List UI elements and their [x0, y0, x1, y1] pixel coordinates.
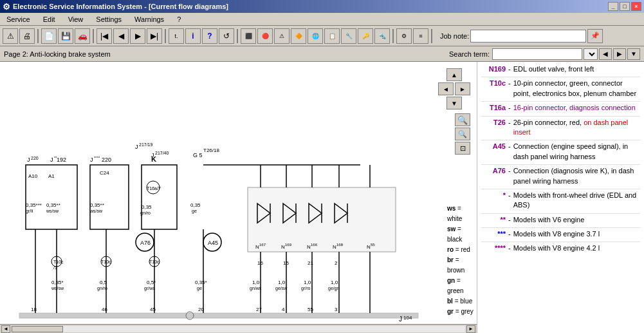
toolbar-extra2[interactable]: 🔴 [257, 28, 273, 44]
panel-code[interactable]: *** [481, 229, 506, 239]
job-note-label: Job note: [440, 32, 469, 40]
toolbar-prev[interactable]: ◀ [113, 28, 129, 44]
panel-row: N169-EDL outlet valve, front left [481, 64, 640, 74]
panel-code[interactable]: T10c [481, 79, 506, 99]
toolbar-extra4[interactable]: 🔶 [291, 28, 306, 44]
zoom-fit-button[interactable]: ⊡ [455, 142, 470, 155]
toolbar-extra9[interactable]: 🔩 [374, 28, 390, 44]
toolbar-text[interactable]: t. [169, 28, 184, 44]
svg-text:0,35*: 0,35* [195, 280, 207, 285]
search-next-btn[interactable]: ▶ [613, 48, 626, 60]
svg-text:T16a/7: T16a/7 [147, 186, 161, 191]
toolbar-vehicle[interactable]: 🚗 [75, 28, 90, 44]
svg-text:gn/ws: gn/ws [250, 286, 262, 291]
svg-text:gn/ro: gn/ro [97, 286, 107, 291]
search-dropdown[interactable] [584, 48, 598, 60]
toolbar-print[interactable]: 🖨 [19, 28, 35, 44]
zoom-in-button[interactable]: 🔍 [455, 113, 470, 126]
panel-row: ***-Models with V8 engine 3.7 l [481, 229, 640, 239]
panel-desc: Models with V6 engine [513, 215, 640, 225]
search-prev-btn[interactable]: ◀ [599, 48, 612, 60]
panel-code[interactable]: T26 [481, 118, 506, 138]
nav-up[interactable]: ▲ [446, 68, 462, 81]
app-title: Electronic Service Information System - … [13, 3, 228, 10]
svg-text:J: J [50, 157, 53, 163]
panel-divider [481, 227, 640, 228]
panel-divider [481, 77, 640, 77]
menu-settings[interactable]: Settings [92, 14, 125, 24]
search-input-container: ◀ ▶ ▼ [492, 48, 640, 60]
scroll-thumb[interactable] [12, 326, 63, 332]
toolbar-extra8[interactable]: 🔑 [358, 28, 373, 44]
scroll-right-btn[interactable]: ► [466, 325, 475, 333]
svg-text:T10c: T10c [149, 260, 160, 264]
menu-view[interactable]: View [64, 14, 87, 24]
toolbar-extra6[interactable]: 📋 [324, 28, 340, 44]
toolbar-extra3[interactable]: ⚠ [274, 28, 290, 44]
maximize-button[interactable]: □ [620, 2, 630, 11]
panel-code[interactable]: A45 [481, 142, 506, 162]
nav-down[interactable]: ▼ [446, 97, 462, 109]
toolbar-last[interactable]: ▶| [147, 28, 162, 44]
legend-ws: ws = white [447, 204, 477, 224]
close-button[interactable]: × [631, 2, 641, 11]
toolbar-first[interactable]: |◀ [97, 28, 112, 44]
search-menu-btn[interactable]: ▼ [627, 48, 640, 60]
toolbar-extra1[interactable]: ⬛ [241, 28, 256, 44]
svg-text:ge: ge [192, 209, 197, 214]
diagram-area[interactable]: ▲ ◄ ► ▼ 🔍 🔍 ⊡ J 104 [0, 62, 477, 333]
window-controls: _ □ × [608, 2, 641, 11]
menu-edit[interactable]: Edit [39, 14, 59, 24]
menu-warnings[interactable]: Warnings [131, 14, 168, 24]
job-note-submit[interactable]: 📌 [587, 29, 603, 43]
search-area: Search term: ◀ ▶ ▼ [449, 48, 640, 60]
toolbar-extra7[interactable]: 🔧 [341, 28, 356, 44]
toolbar-extra10[interactable]: ⚙ [396, 28, 412, 44]
menu-help[interactable]: ? [173, 14, 185, 24]
panel-row: T16a-16-pin connector, diagnosis connect… [481, 103, 640, 113]
search-label: Search term: [449, 50, 490, 58]
zoom-out-button[interactable]: 🔍 [455, 128, 470, 140]
toolbar-new[interactable]: 📄 [41, 28, 57, 44]
scroll-left-btn[interactable]: ◄ [1, 325, 10, 333]
toolbar-extra5[interactable]: 🌐 [308, 28, 323, 44]
toolbar-info[interactable]: i [185, 28, 201, 44]
svg-text:gr/ws: gr/ws [144, 286, 155, 291]
svg-text:0,5: 0,5 [100, 280, 107, 285]
svg-text:1,0: 1,0 [331, 280, 338, 285]
panel-code[interactable]: * [481, 191, 506, 211]
job-note-input[interactable] [470, 30, 586, 43]
toolbar: ⚠ 🖨 📄 💾 🚗 |◀ ◀ ▶ ▶| t. i ? ↺ ⬛ 🔴 ⚠ 🔶 🌐 📋… [0, 26, 644, 46]
panel-row: *-Models with front-wheel drive (EDL and… [481, 191, 640, 211]
menu-service[interactable]: Service [3, 14, 34, 24]
svg-text:168: 168 [336, 243, 344, 247]
svg-text:55: 55 [371, 243, 375, 247]
svg-text:217/40: 217/40 [155, 151, 169, 155]
color-legend: ws = white sw = black ro = red br = brow… [447, 204, 477, 317]
right-panel: N169-EDL outlet valve, front leftT10c-10… [477, 62, 644, 333]
toolbar-question[interactable]: ? [202, 28, 217, 44]
svg-text:220: 220 [102, 157, 111, 163]
svg-text:167: 167 [259, 243, 266, 247]
svg-text:18: 18 [31, 307, 37, 312]
nav-left[interactable]: ◄ [438, 82, 454, 95]
toolbar-next[interactable]: ▶ [130, 28, 145, 44]
svg-text:A45: A45 [208, 240, 218, 246]
legend-ro: ro = red [447, 245, 477, 255]
panel-code[interactable]: A76 [481, 166, 506, 186]
search-input[interactable] [492, 48, 582, 60]
nav-right[interactable]: ► [455, 82, 470, 95]
panel-desc: Models with V8 engine 3.7 l [513, 229, 640, 239]
panel-code[interactable]: N169 [481, 64, 506, 74]
minimize-button[interactable]: _ [608, 2, 618, 11]
toolbar-warning[interactable]: ⚠ [3, 28, 18, 44]
panel-code[interactable]: ** [481, 215, 506, 225]
toolbar-refresh[interactable]: ↺ [219, 28, 234, 44]
toolbar-save[interactable]: 💾 [58, 28, 73, 44]
panel-code[interactable]: **** [481, 243, 506, 253]
svg-text:4: 4 [282, 307, 285, 312]
toolbar-extra11[interactable]: ≡ [413, 28, 428, 44]
horizontal-scrollbar[interactable]: ◄ ► [0, 324, 477, 333]
panel-code[interactable]: T16a [481, 103, 506, 113]
svg-text:ge: ge [197, 286, 202, 291]
